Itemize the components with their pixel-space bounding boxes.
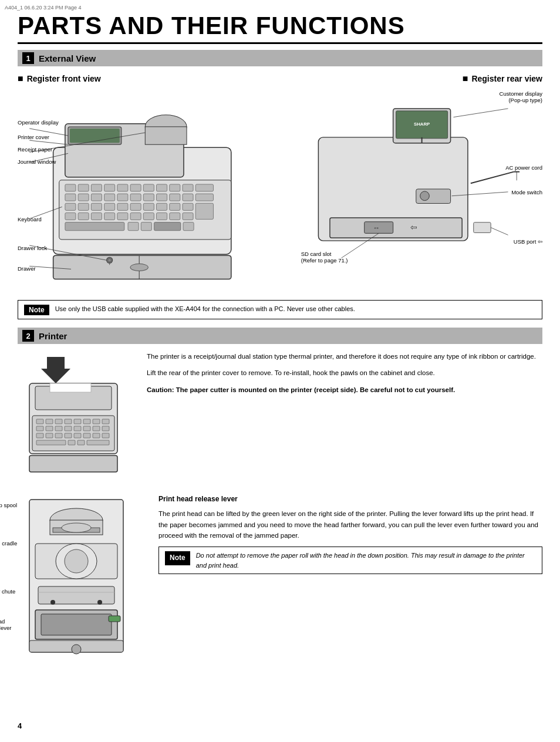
- svg-rect-13: [143, 184, 154, 191]
- svg-rect-77: [330, 218, 462, 238]
- svg-rect-3: [145, 127, 187, 144]
- printer-section: The printer is a receipt/journal dual st…: [18, 351, 542, 482]
- svg-rect-115: [102, 433, 109, 438]
- svg-rect-30: [78, 203, 89, 210]
- svg-rect-40: [65, 213, 76, 220]
- page-container: A404_1 06.6.20 3:24 PM Page 4 PARTS AND …: [0, 0, 560, 742]
- mechanism-section: Take-up spool Paper roll cradle Paper ch…: [18, 494, 542, 660]
- svg-rect-9: [91, 184, 102, 191]
- svg-rect-93: [46, 419, 53, 424]
- svg-rect-12: [130, 184, 141, 191]
- svg-rect-17: [195, 184, 213, 191]
- svg-rect-107: [102, 426, 109, 431]
- svg-rect-114: [93, 433, 100, 438]
- svg-rect-18: [65, 194, 76, 201]
- printer-image: [18, 351, 135, 482]
- svg-rect-112: [74, 433, 81, 438]
- svg-rect-90: [50, 383, 91, 392]
- svg-rect-100: [36, 426, 43, 431]
- section1-header: 1 External View: [18, 50, 542, 66]
- svg-line-73: [471, 172, 514, 184]
- section2-title: Printer: [39, 331, 67, 341]
- svg-rect-37: [170, 203, 180, 210]
- note2-text: Do not attempt to remove the paper roll …: [196, 551, 536, 570]
- svg-rect-25: [156, 194, 167, 201]
- svg-text:SHARP: SHARP: [414, 122, 430, 127]
- section1-number: 1: [22, 52, 34, 64]
- svg-rect-119: [87, 440, 109, 445]
- svg-rect-34: [130, 203, 141, 210]
- svg-rect-27: [183, 194, 193, 201]
- svg-rect-46: [143, 213, 154, 220]
- svg-rect-14: [156, 184, 167, 191]
- svg-rect-53: [154, 222, 180, 231]
- svg-rect-54: [183, 222, 194, 231]
- svg-rect-24: [143, 194, 154, 201]
- svg-rect-98: [93, 419, 100, 424]
- svg-line-86: [491, 228, 508, 235]
- svg-rect-118: [77, 440, 85, 445]
- svg-rect-108: [36, 433, 43, 438]
- section2-number: 2: [22, 330, 34, 342]
- note1-box: Note Use only the USB cable supplied wit…: [18, 300, 542, 319]
- svg-rect-16: [183, 184, 193, 191]
- svg-line-61: [29, 129, 68, 136]
- printer-text2: Lift the rear of the printer cover to re…: [147, 367, 542, 378]
- svg-rect-36: [156, 203, 167, 210]
- svg-line-62: [29, 140, 68, 144]
- section2-header: 2 Printer: [18, 328, 542, 344]
- section1-title: External View: [39, 53, 96, 63]
- page-number: 4: [18, 721, 22, 730]
- note1-label: Note: [24, 305, 49, 315]
- rear-view-svg: SHARP ⇦ ↔: [301, 86, 542, 292]
- svg-rect-42: [91, 213, 102, 220]
- svg-rect-95: [65, 419, 72, 424]
- front-view-svg: [18, 86, 291, 292]
- svg-rect-111: [65, 433, 72, 438]
- svg-rect-116: [36, 440, 66, 445]
- svg-rect-105: [83, 426, 90, 431]
- note2-label: Note: [165, 551, 190, 565]
- svg-text:↔: ↔: [373, 224, 380, 231]
- svg-rect-41: [78, 213, 89, 220]
- svg-rect-19: [78, 194, 89, 201]
- print-head-title: Print head release lever: [158, 494, 542, 505]
- svg-rect-20: [91, 194, 102, 201]
- svg-rect-133: [109, 616, 120, 622]
- svg-rect-104: [74, 426, 81, 431]
- svg-rect-31: [91, 203, 102, 210]
- svg-rect-43: [104, 213, 115, 220]
- front-view: Operator display Printer cover Receipt p…: [18, 86, 291, 292]
- label-takeup-spool: Take-up spool: [0, 502, 17, 508]
- svg-rect-49: [183, 213, 193, 220]
- svg-rect-52: [141, 222, 151, 231]
- register-views: Register front view Register rear view: [18, 73, 542, 84]
- svg-rect-81: [474, 222, 491, 233]
- svg-rect-106: [93, 426, 100, 431]
- svg-rect-129: [38, 586, 114, 604]
- label-paper-chute: Paper chute: [0, 588, 15, 595]
- svg-rect-92: [36, 419, 43, 424]
- svg-point-137: [72, 645, 81, 654]
- svg-point-76: [420, 191, 429, 201]
- diagram-area: Operator display Printer cover Receipt p…: [18, 86, 542, 292]
- svg-rect-22: [117, 194, 128, 201]
- svg-rect-23: [130, 194, 141, 201]
- svg-rect-29: [65, 203, 76, 210]
- svg-rect-117: [68, 440, 75, 445]
- svg-rect-102: [55, 426, 62, 431]
- corner-mark: A404_1 06.6.20 3:24 PM Page 4: [5, 5, 82, 11]
- front-view-label: Register front view: [18, 73, 101, 84]
- svg-rect-103: [65, 426, 72, 431]
- svg-marker-87: [41, 357, 70, 383]
- printer-diagram: [18, 351, 123, 480]
- svg-rect-35: [143, 203, 154, 210]
- svg-rect-28: [195, 194, 213, 201]
- svg-point-128: [65, 549, 88, 573]
- svg-rect-45: [130, 213, 141, 220]
- print-head-text: The print head can be lifted by the gree…: [158, 508, 542, 541]
- svg-rect-96: [74, 419, 81, 424]
- svg-point-134: [50, 600, 55, 605]
- svg-rect-5: [70, 129, 120, 143]
- label-paper-roll-cradle: Paper roll cradle: [0, 540, 17, 547]
